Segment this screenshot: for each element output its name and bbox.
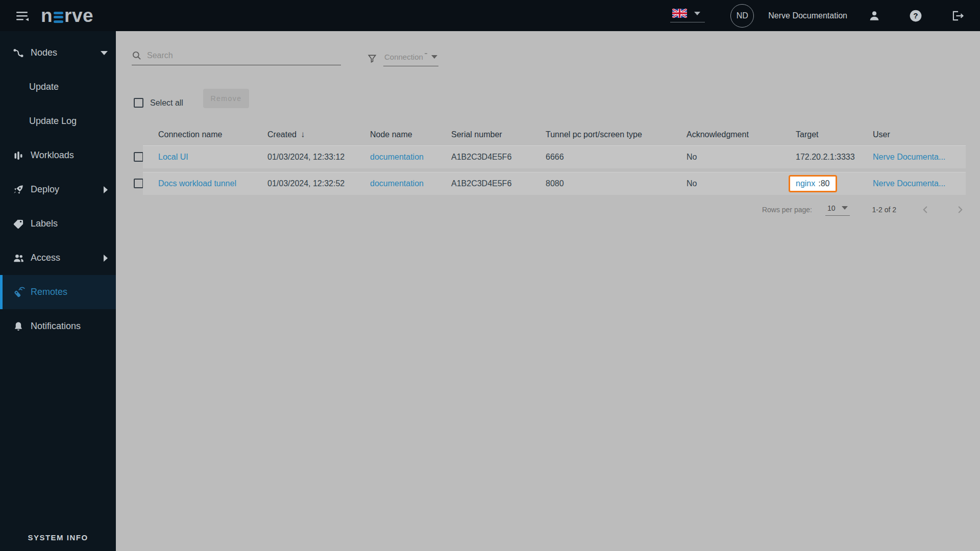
deploy-rocket-icon — [12, 184, 25, 196]
sidebar-item-label: Nodes — [31, 47, 57, 58]
column-header-connection-name[interactable]: Connection name — [143, 130, 267, 139]
target-port: :80 — [818, 179, 829, 188]
logo-text-n: n — [41, 6, 53, 25]
rows-per-page-value: 10 — [827, 204, 836, 212]
rows-per-page-label: Rows per page: — [762, 206, 812, 214]
avatar[interactable]: ND — [730, 4, 754, 28]
logo-bars-icon — [54, 12, 63, 23]
filter-funnel-icon — [367, 53, 377, 66]
chevron-right-icon — [104, 255, 108, 262]
table-row: Local UI 01/03/2024, 12:33:12 documentat… — [134, 145, 966, 168]
select-all-label: Select all — [150, 98, 183, 108]
sidebar-item-label: Workloads — [31, 150, 74, 161]
main-content: Connection Remove Select all Connection … — [116, 31, 980, 551]
acknowledgment-cell: No — [687, 179, 796, 188]
remove-button[interactable]: Remove — [203, 89, 249, 108]
serial-number-cell: A1B2C3D4E5F6 — [451, 153, 546, 162]
nodes-icon — [12, 47, 25, 59]
logout-icon[interactable] — [950, 9, 965, 22]
table-header: Connection name Created ↓ Node name Seri… — [134, 126, 966, 143]
sidebar-item-label: Update — [29, 82, 59, 92]
user-profile-icon[interactable] — [868, 9, 881, 22]
column-header-node-name[interactable]: Node name — [370, 130, 451, 139]
rows-per-page-select[interactable]: 10 — [825, 204, 850, 216]
filter-label-truncation-mark — [425, 53, 427, 54]
chevron-down-icon — [842, 206, 848, 210]
connection-filter: Connection — [367, 53, 438, 66]
sidebar: Nodes Update Update Log Workloads — [0, 31, 116, 551]
target-cell: 172.20.2.1:3333 — [796, 153, 873, 162]
sidebar-item-label: Remotes — [31, 287, 67, 297]
sidebar-item-notifications[interactable]: Notifications — [0, 309, 116, 343]
tunnel-port-cell: 8080 — [546, 179, 687, 188]
target-cell: nginx :80 — [796, 175, 873, 192]
column-header-user[interactable]: User — [873, 130, 966, 139]
select-all-checkbox[interactable] — [134, 98, 143, 108]
sidebar-item-label: Deploy — [31, 184, 59, 195]
column-header-tunnel[interactable]: Tunnel pc port/screen type — [546, 130, 687, 139]
top-bar: n rve — [0, 0, 980, 31]
next-page-button[interactable] — [954, 204, 966, 215]
chevron-down-icon — [101, 51, 108, 55]
user-link[interactable]: Nerve Documenta... — [873, 179, 966, 188]
acknowledgment-cell: No — [687, 153, 796, 162]
chevron-down-icon — [694, 12, 700, 15]
select-all-row: Select all — [134, 98, 183, 108]
remote-control-icon — [12, 286, 25, 299]
sidebar-item-remotes[interactable]: Remotes — [0, 275, 116, 309]
sidebar-item-workloads[interactable]: Workloads — [0, 138, 116, 172]
created-cell: 01/03/2024, 12:32:52 — [267, 179, 370, 188]
sidebar-item-nodes[interactable]: Nodes — [0, 36, 116, 70]
system-info-button[interactable]: SYSTEM INFO — [0, 533, 116, 542]
tag-icon — [12, 218, 25, 230]
avatar-initials: ND — [737, 11, 748, 20]
sidebar-item-label: Update Log — [29, 116, 77, 127]
column-header-target[interactable]: Target — [796, 130, 873, 139]
search-input[interactable] — [147, 51, 341, 60]
chevron-down-icon — [431, 55, 437, 59]
account-name: Nerve Documentation — [768, 11, 847, 20]
pagination-range: 1-2 of 2 — [872, 206, 896, 214]
column-header-acknowledgment[interactable]: Acknowledgment — [687, 130, 796, 139]
sidebar-item-label: Labels — [31, 218, 58, 229]
sort-desc-icon[interactable]: ↓ — [301, 130, 305, 140]
user-link[interactable]: Nerve Documenta... — [873, 153, 966, 162]
connection-name-link[interactable]: Docs workload tunnel — [143, 179, 267, 188]
node-name-link[interactable]: documentation — [370, 179, 451, 188]
node-name-link[interactable]: documentation — [370, 153, 451, 162]
column-header-created[interactable]: Created ↓ — [267, 130, 370, 140]
chevron-right-icon — [104, 186, 108, 193]
row-checkbox[interactable] — [134, 179, 143, 188]
language-underline — [670, 22, 705, 22]
row-checkbox[interactable] — [134, 152, 143, 162]
language-selector[interactable] — [670, 9, 705, 22]
tunnel-port-cell: 6666 — [546, 153, 687, 162]
help-icon[interactable]: ? — [909, 9, 922, 22]
column-header-label: Created — [267, 130, 297, 139]
target-app-link[interactable]: nginx — [796, 179, 815, 188]
search-field — [132, 51, 341, 65]
sidebar-item-update-log[interactable]: Update Log — [0, 104, 116, 138]
logo-text-rve: rve — [64, 6, 93, 25]
filter-dropdown[interactable]: Connection — [383, 53, 438, 66]
sidebar-item-access[interactable]: Access — [0, 241, 116, 275]
column-header-serial-number[interactable]: Serial number — [451, 130, 546, 139]
svg-text:?: ? — [913, 11, 918, 20]
created-cell: 01/03/2024, 12:33:12 — [267, 153, 370, 162]
sidebar-item-deploy[interactable]: Deploy — [0, 172, 116, 207]
filter-label: Connection — [384, 53, 423, 61]
search-icon — [132, 51, 142, 61]
nerve-logo: n rve — [41, 6, 93, 25]
sidebar-item-label: Access — [31, 253, 60, 263]
table-row: Docs workload tunnel 01/03/2024, 12:32:5… — [134, 172, 966, 195]
previous-page-button[interactable] — [920, 204, 931, 215]
collapse-menu-icon[interactable] — [15, 10, 30, 22]
target-highlight-box: nginx :80 — [789, 175, 837, 192]
sidebar-item-update[interactable]: Update — [0, 70, 116, 104]
uk-flag-icon — [672, 9, 687, 18]
sidebar-item-labels[interactable]: Labels — [0, 207, 116, 241]
sidebar-item-label: Notifications — [31, 321, 81, 332]
serial-number-cell: A1B2C3D4E5F6 — [451, 179, 546, 188]
connection-name-link[interactable]: Local UI — [143, 153, 267, 162]
workloads-icon — [12, 149, 25, 162]
